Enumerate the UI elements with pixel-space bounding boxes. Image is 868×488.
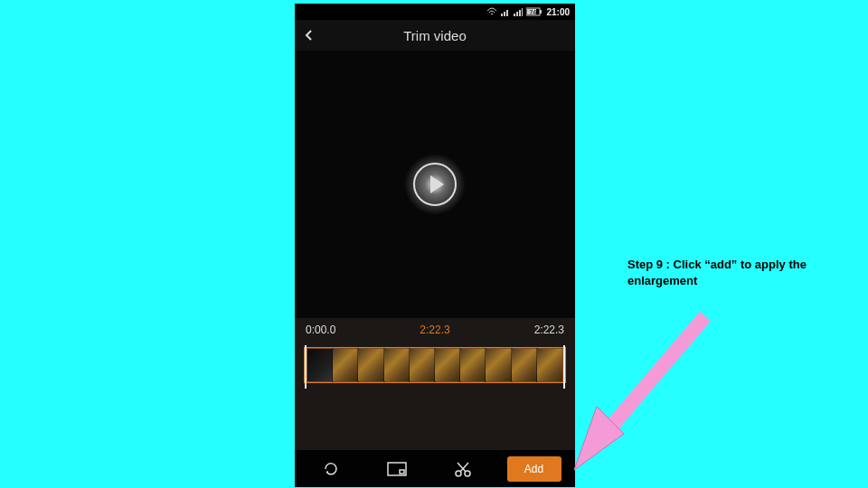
- annotation-text: Step 9 : Click “add” to apply the enlarg…: [627, 257, 844, 288]
- timeline-thumb: [460, 349, 486, 381]
- signal-icon-2: [514, 7, 523, 16]
- time-start: 0:00.0: [306, 324, 335, 336]
- timeline-thumb: [410, 349, 435, 381]
- timeline-thumb: [435, 349, 460, 381]
- svg-rect-4: [516, 12, 518, 16]
- timeline-thumb: [486, 349, 511, 381]
- add-button-label: Add: [524, 463, 543, 475]
- cut-icon[interactable]: [441, 455, 485, 483]
- status-time: 21:00: [546, 7, 570, 17]
- video-preview: [295, 51, 575, 318]
- bottom-toolbar: Add: [295, 450, 575, 487]
- status-bar: 74 21:00: [295, 4, 575, 20]
- phone-screen: 74 21:00 Trim video 0:00.0 2:22.3 2:22.3: [295, 4, 575, 487]
- svg-rect-8: [540, 10, 542, 14]
- back-icon[interactable]: [300, 26, 318, 44]
- battery-level: 74: [529, 9, 536, 15]
- svg-rect-11: [400, 470, 404, 474]
- timeline-thumb: [333, 349, 358, 381]
- timeline-thumb: [512, 349, 537, 381]
- timeline-thumb: [384, 349, 410, 381]
- signal-icon: [501, 7, 510, 16]
- time-current: 2:22.3: [420, 324, 449, 336]
- svg-rect-5: [519, 10, 521, 16]
- page-title: Trim video: [295, 28, 575, 43]
- timeline-thumb: [358, 349, 383, 381]
- title-bar: Trim video: [295, 20, 575, 51]
- svg-rect-3: [514, 14, 515, 16]
- svg-rect-2: [506, 10, 508, 16]
- rotate-icon[interactable]: [309, 455, 353, 483]
- add-button[interactable]: Add: [507, 456, 561, 482]
- svg-marker-15: [574, 407, 624, 470]
- wifi-icon: [486, 7, 497, 16]
- aspect-icon[interactable]: [375, 455, 419, 483]
- svg-rect-0: [501, 14, 503, 16]
- svg-line-14: [601, 316, 705, 438]
- trim-handle-right[interactable]: [563, 345, 565, 389]
- battery-icon: 74: [526, 7, 542, 16]
- svg-rect-1: [504, 12, 505, 16]
- play-icon[interactable]: [413, 163, 457, 206]
- spacer: [295, 396, 575, 450]
- timeline-area: [295, 342, 575, 396]
- timecodes-row: 0:00.0 2:22.3 2:22.3: [295, 318, 575, 342]
- annotation-step-bold: Step 9 : Click “add” to apply the: [627, 258, 807, 271]
- svg-rect-6: [522, 8, 523, 16]
- annotation-step-rest: enlargement: [627, 274, 697, 287]
- timeline-thumb: [307, 349, 333, 381]
- trim-handle-left[interactable]: [305, 345, 307, 389]
- timeline-thumb: [537, 349, 562, 381]
- time-end: 2:22.3: [534, 324, 564, 336]
- timeline-strip[interactable]: [304, 347, 566, 383]
- annotation-arrow: [561, 298, 732, 479]
